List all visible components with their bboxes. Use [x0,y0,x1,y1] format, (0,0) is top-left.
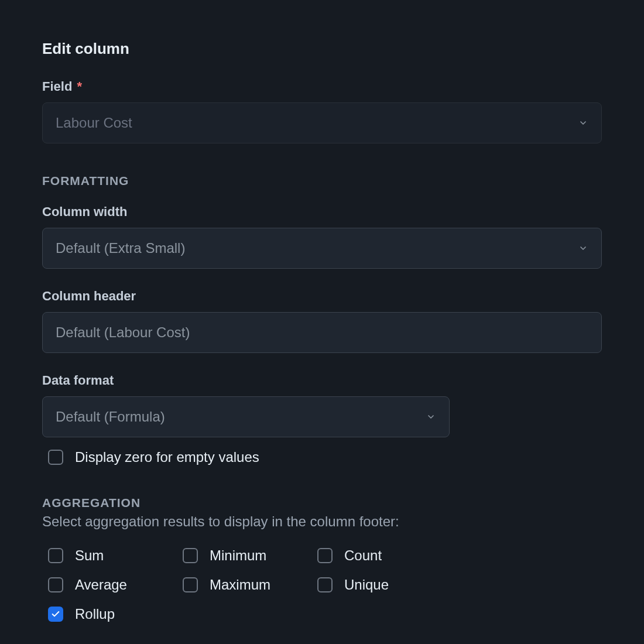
rollup-checkbox[interactable] [48,607,63,622]
page-title: Edit column [42,40,602,58]
aggregation-maximum: Maximum [183,577,317,593]
aggregation-minimum: Minimum [183,547,317,564]
unique-checkbox[interactable] [317,577,333,592]
field-select[interactable]: Labour Cost [42,102,602,143]
aggregation-unique: Unique [317,577,452,593]
count-label: Count [344,547,382,564]
column-header-label: Column header [42,289,602,304]
sum-checkbox[interactable] [48,548,63,563]
column-header-group: Column header [42,289,602,353]
minimum-checkbox[interactable] [183,548,198,563]
maximum-label: Maximum [210,577,270,593]
field-label: Field * [42,79,602,94]
data-format-label: Data format [42,373,602,388]
aggregation-average: Average [48,577,183,593]
count-checkbox[interactable] [317,548,333,563]
display-zero-label: Display zero for empty values [75,449,259,465]
field-select-value: Labour Cost [56,115,132,131]
display-zero-row: Display zero for empty values [48,449,602,465]
chevron-down-icon [426,412,436,422]
minimum-label: Minimum [210,547,266,564]
sum-label: Sum [75,547,104,564]
average-checkbox[interactable] [48,577,63,592]
aggregation-sum: Sum [48,547,183,564]
column-header-input[interactable] [42,312,602,353]
column-width-select[interactable]: Default (Extra Small) [42,228,602,269]
average-label: Average [75,577,127,593]
chevron-down-icon [578,243,588,254]
field-group: Field * Labour Cost [42,79,602,143]
column-width-select-value: Default (Extra Small) [56,240,185,256]
required-marker: * [77,79,82,94]
aggregation-count: Count [317,547,452,564]
formatting-heading: FORMATTING [42,174,602,188]
data-format-group: Data format Default (Formula) Display ze… [42,373,602,465]
column-width-group: Column width Default (Extra Small) [42,204,602,269]
chevron-down-icon [578,118,588,128]
aggregation-options: Sum Minimum Count Average Maximum Unique [48,547,602,622]
aggregation-rollup: Rollup [48,606,183,622]
data-format-select-value: Default (Formula) [56,409,165,425]
unique-label: Unique [344,577,389,593]
column-width-label: Column width [42,204,602,220]
rollup-label: Rollup [75,606,115,622]
maximum-checkbox[interactable] [183,577,198,592]
aggregation-heading: AGGREGATION [42,496,602,510]
data-format-select[interactable]: Default (Formula) [42,396,450,437]
aggregation-subtext: Select aggregation results to display in… [42,513,602,530]
display-zero-checkbox[interactable] [48,450,63,465]
